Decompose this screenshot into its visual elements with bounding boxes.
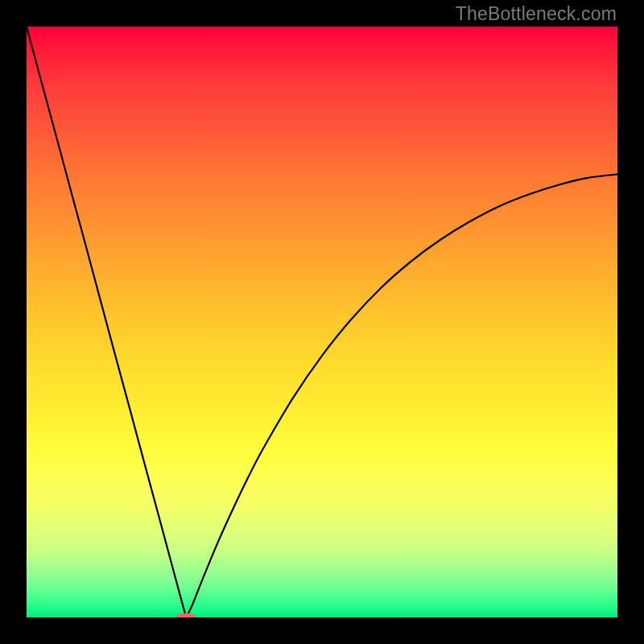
curve-layer [27, 27, 617, 617]
bottleneck-curve [27, 27, 617, 617]
chart-frame: TheBottleneck.com [0, 0, 644, 644]
optimal-point-marker [176, 613, 196, 618]
plot-area [27, 27, 617, 617]
watermark-text: TheBottleneck.com [456, 3, 617, 25]
